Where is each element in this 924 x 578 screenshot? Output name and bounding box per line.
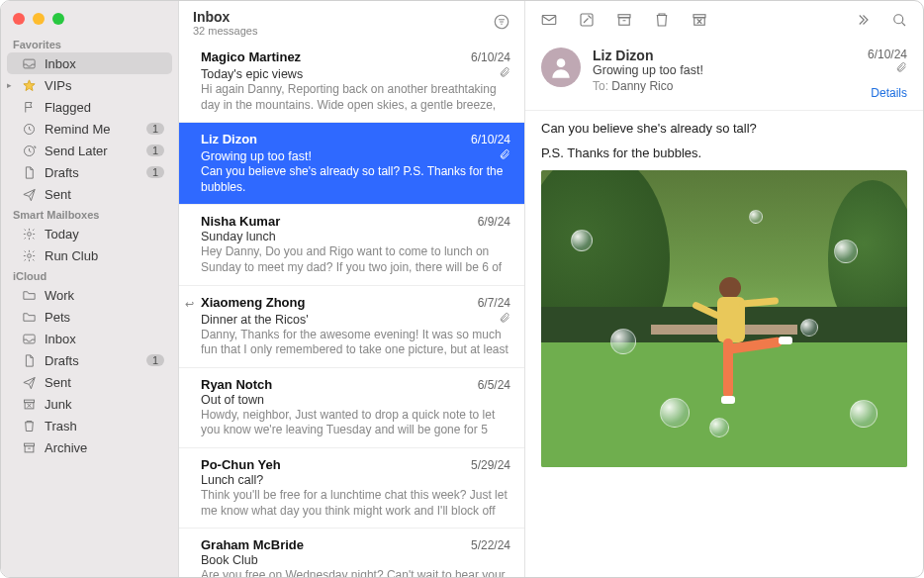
message-from: Graham McBride	[201, 537, 304, 552]
message-from: Ryan Notch	[201, 377, 272, 392]
sender-avatar[interactable]	[541, 48, 581, 87]
message-subject: Book Club	[201, 553, 258, 567]
sidebar-item-label: Inbox	[45, 332, 168, 346]
close-window-button[interactable]	[13, 13, 25, 25]
message-date: 6/10/24	[471, 50, 510, 64]
message-preview: Can you believe she's already so tall? P…	[201, 164, 510, 195]
clock-icon	[21, 121, 37, 137]
sidebar-item-drafts[interactable]: Drafts1	[1, 161, 178, 183]
message-preview: Are you free on Wednesday night? Can't w…	[201, 568, 510, 577]
archive-icon	[21, 439, 37, 455]
message-list-pane: Inbox 32 messages Magico Martinez 6/10/2…	[179, 1, 525, 577]
svg-line-23	[584, 19, 589, 24]
replied-icon: ↩	[185, 298, 194, 311]
email-to: Danny Rico	[611, 79, 673, 93]
sidebar-item-label: Remind Me	[45, 122, 139, 137]
flag-icon	[21, 99, 37, 115]
message-from: Nisha Kumar	[201, 214, 280, 229]
sidebar-item-trash[interactable]: Trash	[1, 415, 178, 436]
message-row[interactable]: Nisha Kumar 6/9/24 Sunday lunch Hey Dann…	[179, 205, 524, 285]
sidebar-item-today[interactable]: Today	[1, 223, 178, 244]
sidebar-item-run-club[interactable]: Run Club	[1, 244, 178, 266]
sidebar-item-label: Archive	[45, 440, 168, 455]
message-date: 6/5/24	[478, 378, 510, 392]
sidebar-item-remind-me[interactable]: Remind Me1	[1, 118, 178, 140]
message-row[interactable]: Ryan Notch 6/5/24 Out of town Howdy, nei…	[179, 368, 524, 448]
x-bin-icon	[21, 396, 37, 412]
email-attachment-image[interactable]	[541, 170, 907, 467]
message-preview: Hi again Danny, Reporting back on anothe…	[201, 82, 510, 113]
message-from: Magico Martinez	[201, 49, 301, 64]
svg-rect-7	[23, 335, 34, 343]
zoom-window-button[interactable]	[52, 13, 64, 25]
sidebar-item-vips[interactable]: ▸VIPs	[1, 74, 178, 96]
minimize-window-button[interactable]	[33, 13, 45, 25]
email-from: Liz Dizon	[593, 48, 856, 63]
body-paragraph: P.S. Thanks for the bubbles.	[541, 145, 907, 160]
sidebar-item-junk[interactable]: Junk	[1, 393, 178, 415]
sidebar-item-flagged[interactable]: Flagged	[1, 96, 178, 118]
sidebar-item-label: Inbox	[45, 56, 162, 71]
sidebar-item-archive[interactable]: Archive	[1, 436, 178, 458]
message-subject: Growing up too fast!	[201, 149, 312, 163]
svg-marker-1	[23, 79, 34, 90]
doc-icon	[21, 352, 37, 368]
message-from: Xiaomeng Zhong	[201, 295, 305, 310]
message-preview: Think you'll be free for a lunchtime cha…	[201, 488, 510, 519]
sidebar-item-sent[interactable]: Sent	[1, 371, 178, 393]
sidebar-item-inbox[interactable]: Inbox	[7, 52, 172, 74]
sidebar-item-drafts[interactable]: Drafts1	[1, 349, 178, 371]
count-badge: 1	[146, 354, 164, 366]
message-date: 5/29/24	[471, 458, 510, 472]
more-button[interactable]	[852, 11, 872, 32]
sidebar-item-inbox[interactable]: Inbox	[1, 328, 178, 349]
message-list[interactable]: Magico Martinez 6/10/24 Today's epic vie…	[179, 41, 524, 577]
message-row[interactable]: Magico Martinez 6/10/24 Today's epic vie…	[179, 41, 524, 123]
tray-icon	[21, 331, 37, 346]
filter-button[interactable]	[493, 13, 510, 34]
message-row[interactable]: Graham McBride 5/22/24 Book Club Are you…	[179, 529, 524, 577]
svg-rect-14	[25, 445, 34, 451]
sidebar-item-label: Junk	[45, 397, 168, 412]
disclosure-icon[interactable]: ▸	[7, 80, 12, 90]
svg-point-5	[27, 232, 31, 236]
delete-button[interactable]	[652, 11, 672, 32]
archive-button[interactable]	[614, 11, 634, 32]
message-from: Po-Chun Yeh	[201, 457, 281, 472]
sidebar-item-label: VIPs	[45, 78, 168, 93]
doc-icon	[21, 164, 37, 180]
sidebar-section-smart: Smart Mailboxes	[1, 205, 178, 223]
sidebar-item-label: Pets	[45, 310, 168, 325]
paperplane-icon	[21, 374, 37, 390]
folder-icon	[21, 287, 37, 303]
folder-icon	[21, 309, 37, 325]
sidebar-item-label: Trash	[45, 419, 168, 434]
message-row[interactable]: Liz Dizon 6/10/24 Growing up too fast! C…	[179, 123, 524, 205]
junk-button[interactable]	[690, 11, 709, 32]
message-subject: Lunch call?	[201, 473, 263, 487]
message-subject: Out of town	[201, 393, 264, 407]
message-row[interactable]: Po-Chun Yeh 5/29/24 Lunch call? Think yo…	[179, 448, 524, 529]
compose-button[interactable]	[577, 11, 597, 32]
sidebar-item-pets[interactable]: Pets	[1, 306, 178, 328]
gear-icon	[21, 226, 37, 241]
mailbox-count: 32 messages	[193, 25, 257, 37]
message-row[interactable]: ↩ Xiaomeng Zhong 6/7/24 Dinner at the Ri…	[179, 286, 524, 368]
sidebar-item-work[interactable]: Work	[1, 284, 178, 306]
sidebar-section-icloud: iCloud	[1, 266, 178, 284]
sidebar-item-sent[interactable]: Sent	[1, 183, 178, 205]
message-date: 6/9/24	[478, 215, 510, 229]
svg-rect-0	[23, 59, 34, 68]
sidebar-item-send-later[interactable]: Send Later1	[1, 140, 178, 161]
reader-pane: Liz Dizon Growing up too fast! To: Danny…	[525, 1, 923, 577]
attachment-icon	[499, 312, 510, 324]
star-icon	[21, 77, 37, 93]
message-date: 6/7/24	[478, 296, 510, 310]
svg-line-32	[902, 23, 905, 26]
sidebar-item-label: Sent	[45, 375, 168, 390]
search-button[interactable]	[889, 11, 909, 32]
sidebar-section-favorites: Favorites	[1, 35, 178, 52]
reply-button[interactable]	[539, 11, 559, 32]
email-subject: Growing up too fast!	[593, 63, 856, 77]
details-link[interactable]: Details	[868, 86, 907, 100]
